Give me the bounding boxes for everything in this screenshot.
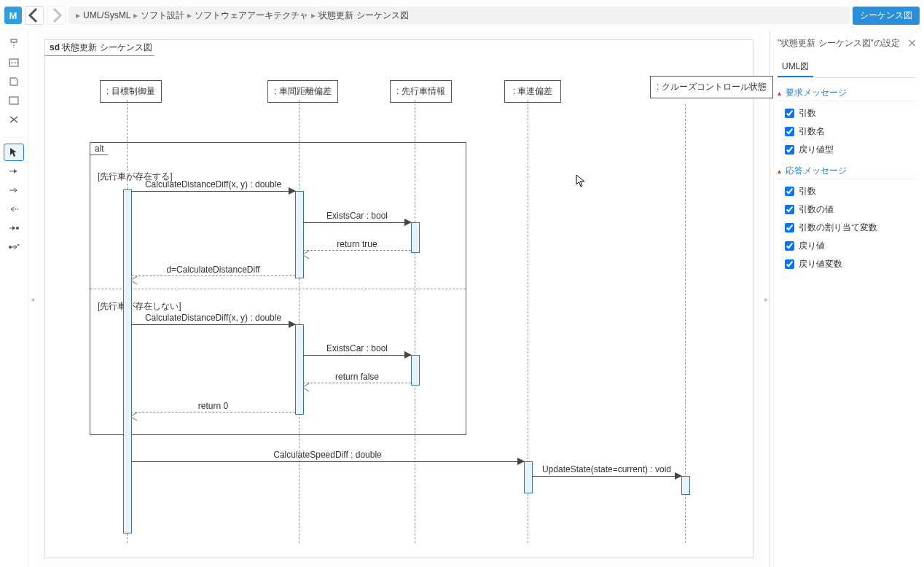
alt-guard[interactable]: [先行車が存在しない] xyxy=(98,300,181,313)
arrowhead-icon xyxy=(517,458,525,465)
close-icon[interactable]: ✕ xyxy=(907,36,917,50)
frame-prefix: sd xyxy=(50,42,60,52)
return-message[interactable]: return 0 xyxy=(131,412,295,413)
mouse-cursor-icon xyxy=(576,174,586,189)
arrowhead-icon xyxy=(404,219,412,226)
activation-bar[interactable] xyxy=(681,476,690,495)
async-message-tool[interactable] xyxy=(4,181,24,199)
checkbox[interactable] xyxy=(785,109,794,118)
chevron-right-icon: ▸ xyxy=(187,10,192,20)
checkbox[interactable] xyxy=(785,205,794,214)
found-message-tool[interactable] xyxy=(4,238,24,256)
diagram-canvas-wrap: sd 状態更新 シーケンス図 : 目標制御量 : 車間距離偏差 : 先行車情報 … xyxy=(36,31,762,567)
checkbox[interactable] xyxy=(785,145,794,155)
breadcrumb[interactable]: ▸ UML/SysML ▸ ソフト設計 ▸ ソフトウェアアーキテクチャ ▸ 状態… xyxy=(68,7,850,24)
activation-bar[interactable] xyxy=(295,324,304,415)
alt-tag: alt xyxy=(90,142,115,155)
activation-bar[interactable] xyxy=(123,189,132,533)
note-tool[interactable] xyxy=(4,73,24,90)
sync-message-tool[interactable] xyxy=(4,163,24,180)
lifeline-head[interactable]: : 目標制御量 xyxy=(100,80,162,103)
return-message[interactable]: d=CalculateDistanceDiff xyxy=(131,275,295,277)
checkbox-row[interactable]: 戻り値変数 xyxy=(778,258,917,270)
frame-tool[interactable] xyxy=(4,92,24,109)
checkbox-row[interactable]: 引数 xyxy=(778,107,917,120)
lost-message-tool[interactable] xyxy=(4,219,24,237)
delete-tool[interactable] xyxy=(4,111,24,128)
svg-rect-4 xyxy=(9,97,18,104)
arrowhead-icon xyxy=(404,351,412,359)
select-tool[interactable] xyxy=(4,144,24,161)
checkbox[interactable] xyxy=(785,259,794,269)
right-gutter-toggle[interactable]: ▸ xyxy=(762,31,770,567)
svg-point-11 xyxy=(16,227,19,230)
checkbox-row[interactable]: 戻り値 xyxy=(778,240,917,252)
lifeline-head[interactable]: : クルーズコントロール状態 xyxy=(650,76,773,98)
triangle-up-icon: ▴ xyxy=(778,167,781,175)
checkbox-row[interactable]: 引数名 xyxy=(778,125,917,138)
diagram-canvas[interactable]: sd 状態更新 シーケンス図 : 目標制御量 : 車間距離偏差 : 先行車情報 … xyxy=(44,39,753,558)
lifeline-head[interactable]: : 車速偏差 xyxy=(504,80,561,103)
settings-tabs: UML図 xyxy=(778,58,917,78)
lifeline-tool[interactable] xyxy=(4,35,24,52)
arrowhead-icon xyxy=(289,187,296,195)
arrowhead-icon xyxy=(675,472,682,480)
triangle-up-icon: ▴ xyxy=(778,89,781,97)
left-gutter-toggle[interactable]: ◂ xyxy=(28,31,36,567)
lifeline-head[interactable]: : 車間距離偏差 xyxy=(267,80,338,103)
diagram-type-button[interactable]: シーケンス図 xyxy=(853,7,920,25)
lifeline-head[interactable]: : 先行車情報 xyxy=(390,80,452,103)
app-menu-button[interactable]: M xyxy=(4,7,22,24)
checkbox[interactable] xyxy=(785,187,794,196)
checkbox-row[interactable]: 引数の値 xyxy=(778,203,917,216)
nav-back-button[interactable] xyxy=(25,6,44,25)
chevron-right-icon: ▸ xyxy=(133,10,138,20)
activation-bar[interactable] xyxy=(411,222,420,253)
return-message[interactable]: return true xyxy=(303,250,411,251)
frame-title: 状態更新 シーケンス図 xyxy=(62,42,152,52)
sync-message[interactable]: CalculateSpeedDiff : double xyxy=(131,461,524,462)
checkbox-row[interactable]: 戻り値型 xyxy=(778,144,917,156)
settings-panel-title: "状態更新 シーケンス図"の設定 xyxy=(778,37,900,50)
sync-message[interactable]: CalculateDistanceDiff(x, y) : double xyxy=(131,191,295,192)
fragment-tool[interactable] xyxy=(4,54,24,71)
settings-panel: "状態更新 シーケンス図"の設定 ✕ UML図 ▴要求メッセージ 引数 引数名 … xyxy=(770,31,924,567)
activation-bar[interactable] xyxy=(411,355,420,386)
checkbox-row[interactable]: 引数 xyxy=(778,185,917,198)
activation-bar[interactable] xyxy=(295,191,304,278)
breadcrumb-item[interactable]: 状態更新 シーケンス図 xyxy=(318,9,408,22)
sync-message[interactable]: ExistsCar : bool xyxy=(303,222,411,223)
nav-forward-button[interactable] xyxy=(47,6,66,25)
checkbox[interactable] xyxy=(785,127,794,136)
sync-message[interactable]: CalculateDistanceDiff(x, y) : double xyxy=(131,324,295,325)
chevron-right-icon: ▸ xyxy=(76,10,80,20)
return-message[interactable]: return false xyxy=(303,383,411,384)
settings-section-request: ▴要求メッセージ 引数 引数名 戻り値型 xyxy=(778,87,917,156)
breadcrumb-item[interactable]: ソフトウェアアーキテクチャ xyxy=(195,9,308,22)
checkbox[interactable] xyxy=(785,223,794,232)
section-toggle[interactable]: ▴応答メッセージ xyxy=(778,165,917,179)
top-bar: M ▸ UML/SysML ▸ ソフト設計 ▸ ソフトウェアアーキテクチャ ▸ … xyxy=(0,0,924,31)
settings-section-response: ▴応答メッセージ 引数 引数の値 引数の割り当て変数 戻り値 戻り値変数 xyxy=(778,165,917,270)
diagram-frame-label[interactable]: sd 状態更新 シーケンス図 xyxy=(44,39,160,56)
alt-separator xyxy=(90,289,466,289)
svg-point-12 xyxy=(9,246,12,249)
tool-palette xyxy=(0,31,28,567)
sync-message[interactable]: UpdateState(state=current) : void xyxy=(532,476,681,477)
return-message-tool[interactable] xyxy=(4,200,24,218)
breadcrumb-item[interactable]: UML/SysML xyxy=(83,10,130,20)
checkbox[interactable] xyxy=(785,241,794,251)
arrowhead-icon xyxy=(289,321,296,328)
section-toggle[interactable]: ▴要求メッセージ xyxy=(778,87,917,101)
sync-message[interactable]: ExistsCar : bool xyxy=(303,355,411,356)
tab-uml[interactable]: UML図 xyxy=(778,58,813,77)
checkbox-row[interactable]: 引数の割り当て変数 xyxy=(778,222,917,234)
breadcrumb-item[interactable]: ソフト設計 xyxy=(141,9,184,22)
chevron-right-icon: ▸ xyxy=(311,10,316,20)
svg-rect-0 xyxy=(11,39,17,42)
